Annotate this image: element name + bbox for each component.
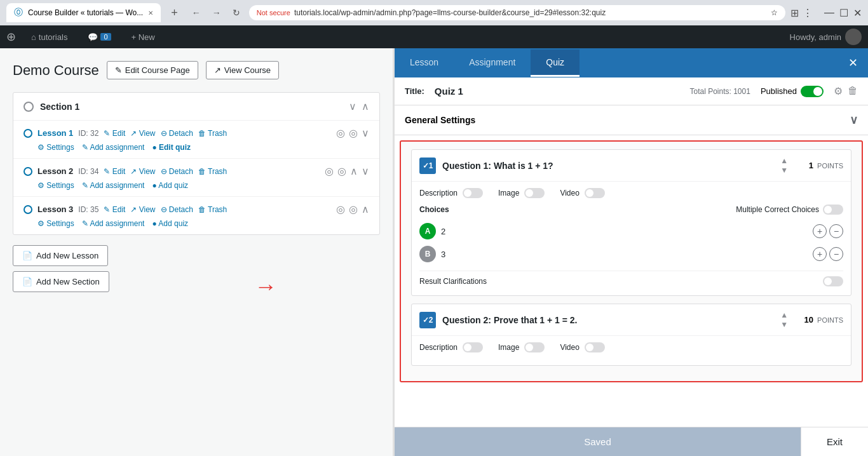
forward-button[interactable]: → [208, 5, 225, 20]
choice-remove-a[interactable]: − [829, 224, 843, 238]
video-toggle[interactable] [585, 188, 605, 198]
howdy-item[interactable]: Howdy, admin [790, 29, 862, 45]
refresh-button[interactable]: ↻ [229, 5, 244, 20]
choice-add-b[interactable]: + [813, 247, 827, 261]
new-label: + New [132, 32, 155, 42]
exit-button[interactable]: Exit [801, 427, 868, 456]
lesson-add-assignment-3[interactable]: ✎ Add assignment [82, 219, 145, 228]
points-value-1[interactable]: 1 [794, 161, 813, 170]
image-toggle-2[interactable] [524, 342, 545, 352]
add-new-section-button[interactable]: 📄 Add New Section [13, 271, 109, 292]
lesson-detach-3[interactable]: ⊖ Detach [161, 205, 193, 214]
collapse-lesson-icon-2[interactable]: ∧ [350, 165, 358, 177]
lesson-row-2: Lesson 2 ID: 34 ✎ Edit ↗ View ⊖ Detach 🗑… [24, 165, 369, 177]
lesson-settings-3[interactable]: ⚙ Settings [37, 219, 74, 228]
lesson-block-3: Lesson 3 ID: 35 ✎ Edit ↗ View ⊖ Detach 🗑… [13, 197, 379, 234]
close-icon[interactable]: ✕ [853, 7, 862, 19]
multiple-correct-toggle[interactable] [823, 205, 843, 215]
description-toggle[interactable] [463, 188, 483, 198]
prereq-icon-3[interactable]: ◎ [349, 203, 358, 215]
question-sort-1[interactable]: ▲ ▼ [780, 156, 788, 175]
tab-assignment-label: Assignment [469, 57, 515, 67]
browser-controls: ← → ↻ [188, 5, 244, 20]
lesson-settings-1[interactable]: ⚙ Settings [37, 143, 74, 152]
prereq-icon-2[interactable]: ◎ [337, 165, 346, 177]
edit-course-button[interactable]: ✎ Edit Course Page [107, 61, 198, 79]
choice-remove-b[interactable]: − [829, 247, 843, 261]
lesson-settings-2[interactable]: ⚙ Settings [37, 181, 74, 190]
published-toggle[interactable] [801, 86, 824, 97]
section-name-1: Section 1 [40, 102, 342, 112]
lesson-radio-1[interactable] [24, 129, 32, 138]
new-tab-button[interactable]: + [166, 5, 183, 21]
tab-close-icon[interactable]: ✕ [148, 10, 153, 17]
collapse-icon[interactable]: ∨ [349, 100, 356, 112]
lesson-edit-3[interactable]: ✎ Edit [104, 205, 125, 214]
description-label-2: Description [419, 343, 458, 352]
lesson-edit-2[interactable]: ✎ Edit [104, 167, 125, 176]
question-sort-2[interactable]: ▲ ▼ [780, 311, 788, 329]
choice-text-a[interactable]: 2 [441, 227, 808, 236]
save-button[interactable]: Saved [395, 427, 801, 456]
add-new-section-label: Add New Section [36, 277, 100, 286]
tab-lesson[interactable]: Lesson [395, 50, 454, 77]
site-name-item[interactable]: ⌂ tutorials [26, 30, 72, 44]
view-course-button[interactable]: ↗ View Course [206, 61, 279, 79]
wp-admin-bar: ⊕ ⌂ tutorials 💬 0 + New Howdy, admin [0, 25, 868, 48]
video-toggle-2[interactable] [585, 342, 605, 352]
extensions-icon[interactable]: ⊞ [790, 7, 799, 19]
comments-item[interactable]: 💬 0 [83, 30, 116, 44]
image-toggle[interactable] [524, 188, 545, 198]
tab-assignment[interactable]: Assignment [454, 50, 531, 77]
lesson-view-1[interactable]: ↗ View [130, 129, 155, 138]
lesson-view-2[interactable]: ↗ View [130, 167, 155, 176]
wordpress-logo: ⊕ [6, 30, 16, 44]
collapse-lesson-icon-1[interactable]: ∨ [362, 127, 369, 139]
general-settings[interactable]: General Settings ∨ [395, 105, 868, 135]
bookmark-icon[interactable]: ☆ [771, 8, 778, 17]
lesson-edit-quiz-1[interactable]: ● Edit quiz [152, 143, 191, 152]
expand-icon[interactable]: ∧ [362, 100, 369, 112]
question-body-1: Description Image Video [412, 181, 851, 295]
menu-icon[interactable]: ⋮ [803, 7, 813, 19]
lesson-radio-2[interactable] [24, 167, 32, 176]
expand-lesson-icon-2[interactable]: ∨ [362, 165, 369, 177]
visibility-icon-2[interactable]: ◎ [325, 165, 334, 177]
lesson-add-quiz-3[interactable]: ● Add quiz [152, 219, 188, 228]
maximize-icon[interactable]: ☐ [839, 7, 848, 19]
close-panel-button[interactable]: ✕ [838, 48, 868, 77]
visibility-icon-3[interactable]: ◎ [336, 203, 345, 215]
lesson-trash-1[interactable]: 🗑 Trash [198, 129, 227, 138]
lesson-detach-2[interactable]: ⊖ Detach [161, 167, 193, 176]
quiz-trash-icon[interactable]: 🗑 [848, 85, 858, 97]
result-clarifications-toggle[interactable] [823, 276, 843, 286]
visibility-icon-1[interactable]: ◎ [336, 127, 345, 139]
quiz-title-value[interactable]: Quiz 1 [435, 86, 463, 97]
question-badge-2: ✓ 2 [419, 312, 436, 328]
add-new-lesson-button[interactable]: 📄 Add New Lesson [13, 245, 108, 266]
section-radio-1[interactable] [24, 102, 34, 112]
lesson-trash-2[interactable]: 🗑 Trash [198, 167, 227, 176]
description-toggle-2[interactable] [463, 342, 483, 352]
minimize-icon[interactable]: — [824, 7, 834, 19]
tab-quiz[interactable]: Quiz [531, 50, 580, 77]
lesson-add-assignment-1[interactable]: ✎ Add assignment [82, 143, 145, 152]
lesson-add-quiz-2[interactable]: ● Add quiz [152, 181, 188, 190]
address-bar[interactable]: Not secure tutorials.local/wp-admin/admi… [249, 5, 785, 20]
choice-text-b[interactable]: 3 [441, 250, 808, 259]
back-button[interactable]: ← [188, 5, 205, 20]
lesson-edit-1[interactable]: ✎ Edit [104, 129, 125, 138]
choice-add-a[interactable]: + [813, 224, 827, 238]
collapse-lesson-icon-3[interactable]: ∧ [362, 203, 369, 215]
quiz-settings-icon[interactable]: ⚙ [834, 85, 843, 97]
points-value-2[interactable]: 10 [794, 315, 813, 325]
new-item[interactable]: + New [126, 30, 160, 44]
lesson-view-3[interactable]: ↗ View [130, 205, 155, 214]
browser-tab[interactable]: ⓪ Course Builder « tutorials — Wo... ✕ [6, 3, 161, 22]
lesson-detach-1[interactable]: ⊖ Detach [161, 129, 193, 138]
lesson-trash-3[interactable]: 🗑 Trash [198, 205, 227, 214]
toggle-row-2: Description Image Video [419, 342, 843, 352]
prereq-icon-1[interactable]: ◎ [349, 127, 358, 139]
lesson-add-assignment-2[interactable]: ✎ Add assignment [82, 181, 145, 190]
lesson-radio-3[interactable] [24, 205, 32, 214]
